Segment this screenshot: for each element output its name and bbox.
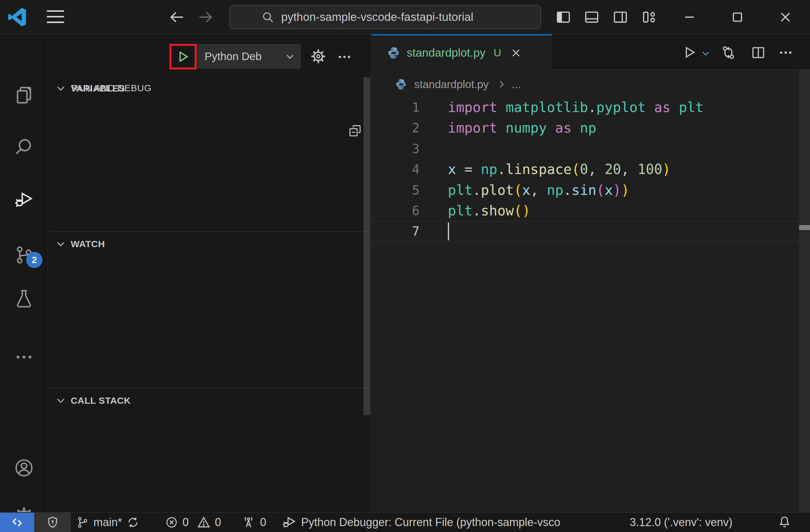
python-file-icon: [387, 46, 401, 60]
watch-section-label: WATCH: [71, 239, 105, 249]
start-debugging-button-highlighted[interactable]: [169, 44, 196, 69]
sidebar-scrollbar[interactable]: [363, 77, 370, 415]
call-stack-section-label: CALL STACK: [71, 395, 131, 406]
debug-settings-gear-icon[interactable]: [310, 49, 326, 64]
line-number: 2: [371, 118, 420, 138]
tab-bar: standardplot.py U: [371, 34, 810, 70]
close-window-button[interactable]: [777, 9, 794, 26]
chevron-down-icon: [55, 83, 66, 94]
debug-config-text: Python Debugger: Current File (python-sa…: [301, 516, 560, 529]
warnings-icon: [197, 515, 211, 529]
tab-untracked-badge: U: [493, 47, 501, 59]
errors-count: 0: [182, 516, 189, 529]
code-line[interactable]: import matplotlib.pyplot as plt: [448, 97, 703, 118]
errors-icon: [165, 516, 178, 529]
collapse-all-icon[interactable]: [348, 123, 362, 138]
tab-standardplot[interactable]: standardplot.py U: [372, 34, 552, 70]
back-arrow-icon[interactable]: [168, 9, 185, 26]
minimize-button[interactable]: [681, 9, 698, 26]
code-line[interactable]: [448, 221, 703, 242]
watch-section-header[interactable]: WATCH: [48, 232, 371, 256]
branch-status-item[interactable]: main*: [76, 513, 140, 532]
debug-bug-icon: [282, 515, 297, 530]
notifications-bell-icon[interactable]: [777, 513, 792, 532]
warnings-count: 0: [215, 516, 221, 529]
call-stack-section-header[interactable]: CALL STACK: [48, 388, 371, 413]
python-file-icon: [395, 78, 407, 90]
toggle-panel-icon[interactable]: [584, 9, 600, 25]
broadcast-tower-icon: [241, 515, 256, 530]
remote-indicator[interactable]: [0, 513, 34, 532]
customize-layout-icon[interactable]: [641, 9, 657, 25]
account-icon[interactable]: [14, 458, 34, 478]
breadcrumb-chevron-icon: [496, 79, 507, 90]
more-views-ellipsis-icon[interactable]: [14, 347, 34, 367]
code-line[interactable]: x = np.linspace(0, 20, 100): [448, 159, 703, 180]
open-changes-icon[interactable]: [720, 45, 736, 61]
title-bar: python-sample-vscode-fastapi-tutorial: [0, 0, 810, 34]
run-options-chevron-icon[interactable]: [701, 49, 711, 59]
debug-config-status-item[interactable]: Python Debugger: Current File (python-sa…: [282, 513, 621, 532]
explorer-icon[interactable]: [14, 85, 34, 105]
code-line[interactable]: [448, 138, 703, 159]
code-line[interactable]: import numpy as np: [448, 118, 703, 138]
line-number: 1: [371, 97, 420, 118]
problems-status-item[interactable]: 0 0: [165, 513, 221, 532]
line-number: 4: [371, 159, 420, 180]
editor-more-actions-icon[interactable]: [778, 45, 794, 61]
run-and-debug-icon[interactable]: [14, 189, 34, 210]
chevron-down-icon: [285, 51, 295, 62]
menu-hamburger-icon[interactable]: [47, 10, 65, 23]
python-interpreter-status-item[interactable]: 3.12.0 ('.venv': venv): [630, 513, 732, 532]
breadcrumb-file[interactable]: standardplot.py: [414, 78, 489, 90]
maximize-button[interactable]: [729, 9, 746, 26]
text-cursor: [448, 222, 449, 240]
command-center-search[interactable]: python-sample-vscode-fastapi-tutorial: [229, 5, 541, 29]
run-python-file-icon[interactable]: [682, 45, 697, 60]
ports-count: 0: [260, 516, 266, 529]
workspace-trust-shield-icon[interactable]: [34, 513, 71, 532]
run-and-debug-sidebar: RUN AND DEBUG Python Deb: [48, 34, 371, 512]
debug-config-label: Python Deb: [205, 50, 262, 63]
line-number: 5: [371, 180, 420, 200]
breadcrumb-more[interactable]: ...: [512, 78, 521, 90]
toggle-primary-sidebar-icon[interactable]: [555, 9, 571, 25]
python-version: 3.12.0 ('.venv': venv): [630, 516, 732, 529]
testing-beaker-icon[interactable]: [14, 288, 34, 309]
git-branch-icon: [76, 516, 89, 529]
vscode-logo-icon: [7, 7, 27, 27]
ports-status-item[interactable]: 0: [241, 513, 266, 532]
search-value: python-sample-vscode-fastapi-tutorial: [281, 11, 473, 24]
editor-gutter: 1234567: [371, 97, 420, 242]
variables-section-label: VARIABLES: [71, 83, 125, 94]
tab-filename: standardplot.py: [407, 46, 486, 60]
chevron-down-icon: [55, 395, 66, 406]
search-sidebar-icon[interactable]: [14, 137, 34, 157]
branch-name: main*: [94, 516, 122, 529]
views-more-actions-icon[interactable]: [337, 49, 352, 65]
scrollbar-marker: [799, 225, 810, 230]
toggle-secondary-sidebar-icon[interactable]: [612, 9, 629, 25]
line-number: 6: [371, 200, 420, 221]
status-bar: main* 0 0: [0, 512, 810, 532]
chevron-down-icon: [55, 238, 66, 250]
debug-config-dropdown[interactable]: Python Deb: [196, 44, 301, 69]
variables-section-header[interactable]: VARIABLES: [48, 76, 371, 101]
code-area[interactable]: import matplotlib.pyplot as pltimport nu…: [448, 97, 703, 242]
split-editor-icon[interactable]: [750, 45, 766, 61]
sync-icon: [127, 516, 140, 529]
activity-bar: 2: [0, 34, 48, 512]
line-number: 7: [371, 221, 420, 242]
code-line[interactable]: plt.plot(x, np.sin(x)): [448, 180, 703, 200]
forward-arrow-icon[interactable]: [197, 9, 214, 26]
line-number: 3: [371, 138, 420, 159]
editor-scrollbar[interactable]: [799, 70, 810, 512]
search-icon: [261, 11, 274, 24]
editor-group: standardplot.py U: [371, 34, 810, 512]
code-line[interactable]: plt.show(): [448, 200, 703, 221]
vscode-window: python-sample-vscode-fastapi-tutorial: [0, 0, 810, 532]
tab-close-icon[interactable]: [510, 47, 522, 59]
breadcrumbs[interactable]: standardplot.py ...: [371, 70, 799, 99]
source-control-badge: 2: [26, 252, 42, 268]
